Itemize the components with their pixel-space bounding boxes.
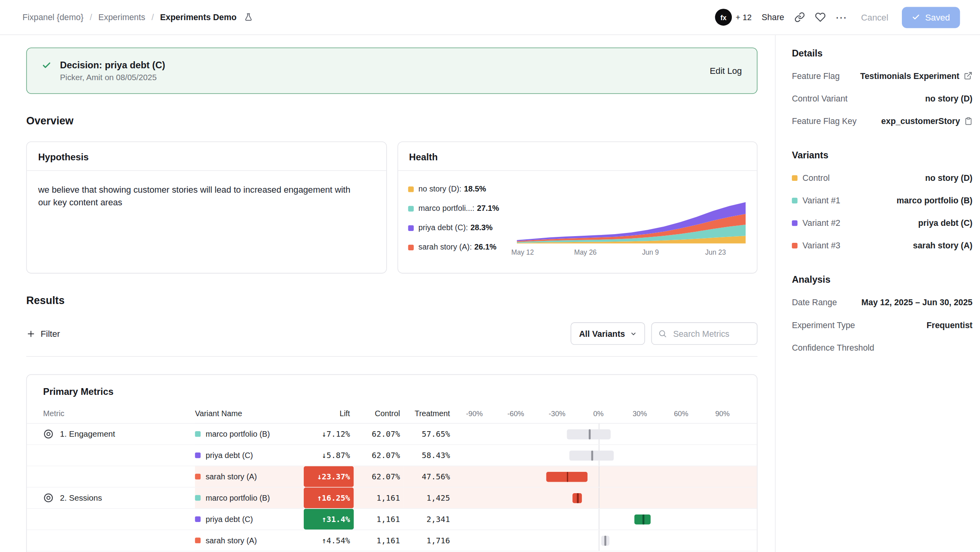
collaborators: fx + 12 [715, 9, 752, 26]
stacked-area-chart [516, 193, 748, 247]
ci-cell [454, 530, 757, 551]
variant-row: Variant #3 sarah story (A) [792, 239, 973, 252]
link-icon[interactable] [794, 12, 805, 23]
col-variant-name: Variant Name [195, 404, 304, 423]
legend-value: 18.5% [464, 185, 486, 193]
variant-cell: marco portfolio (B) [195, 488, 304, 508]
header-actions: fx + 12 Share ⋯ Cancel Saved [715, 7, 960, 28]
analysis-heading: Analysis [792, 274, 973, 285]
edit-log-button[interactable]: Edit Log [710, 66, 742, 75]
x-tick-label: Jun 23 [705, 248, 726, 256]
collaborator-count[interactable]: + 12 [736, 13, 752, 22]
metric-target-icon [43, 492, 54, 503]
treatment-cell: 1,716 [404, 530, 454, 551]
divider [26, 356, 757, 357]
variant-name: marco portfolio (B) [206, 430, 270, 438]
variant-swatch [195, 495, 200, 501]
health-x-axis: May 12 May 26 Jun 9 Jun 23 [516, 248, 748, 258]
variant-value: marco portfolio (B) [897, 195, 973, 205]
axis-header: -90% -60% -30% 0% 30% 60% 90% [454, 404, 757, 423]
heart-icon[interactable] [815, 12, 825, 23]
results-heading: Results [26, 295, 757, 308]
x-tick-label: Jun 9 [642, 248, 659, 256]
table-row[interactable]: sarah story (A) ↑4.54% 1,161 1,716 [27, 530, 757, 552]
external-link-icon[interactable] [964, 71, 973, 80]
legend-value: 26.1% [474, 243, 496, 252]
filter-button[interactable]: Filter [26, 329, 60, 338]
search-input[interactable] [672, 328, 749, 339]
legend-item[interactable]: sarah story (A): 26.1% [408, 243, 516, 252]
axis-tick: 90% [715, 410, 729, 417]
table-row[interactable]: priya debt (C) ↑31.4% 1,161 2,341 [27, 509, 757, 530]
decision-banner: Decision: priya debt (C) Picker, Amit on… [26, 47, 757, 94]
x-tick-label: May 26 [574, 248, 597, 256]
hypothesis-body: we believe that showing customer stories… [27, 171, 386, 209]
health-card: Health no story (D): 18.5% marco portfol… [397, 141, 757, 273]
legend-label: sarah story (A): [419, 243, 472, 252]
zero-gridline [598, 509, 599, 529]
confidence-interval [454, 488, 743, 508]
health-body: no story (D): 18.5% marco portfoli...: 2… [398, 171, 757, 262]
variant-label: Variant #3 [802, 240, 840, 250]
legend-item[interactable]: no story (D): 18.5% [408, 185, 516, 193]
variant-name: sarah story (A) [206, 472, 257, 481]
variants-dropdown[interactable]: All Variants [571, 322, 645, 345]
breadcrumb-workspace[interactable]: Fixpanel {demo} [22, 13, 84, 22]
lift-cell: ↓23.37% [304, 466, 354, 487]
share-button[interactable]: Share [762, 13, 784, 22]
treatment-cell: 57.65% [404, 424, 454, 444]
lift-cell: ↓5.87% [304, 445, 354, 466]
metric-target-icon [43, 429, 54, 439]
table-row[interactable]: 2. Sessions marco portfolio (B) ↑16.25% … [27, 488, 757, 509]
legend-item[interactable]: priya debt (C): 28.3% [408, 223, 516, 232]
legend-item[interactable]: marco portfoli...: 27.1% [408, 204, 516, 213]
feature-flag-value[interactable]: Testimonials Experiment [860, 71, 959, 81]
table-header-row: Metric Variant Name Lift Control Treatme… [27, 404, 757, 424]
ci-cell [454, 488, 757, 508]
treatment-cell: 1,425 [404, 488, 454, 508]
avatar[interactable]: fx [715, 9, 732, 26]
test-tube-icon [244, 13, 254, 22]
health-chart: May 12 May 26 Jun 9 Jun 23 [516, 182, 748, 262]
variant-cell: sarah story (A) [195, 530, 304, 551]
variant-name: priya debt (C) [206, 451, 253, 460]
control-cell: 62.07% [354, 424, 404, 444]
variants-dropdown-label: All Variants [579, 329, 625, 338]
experiment-type-row: Experiment Type Frequentist [792, 319, 973, 331]
breadcrumb: Fixpanel {demo} / Experiments / Experime… [22, 13, 253, 22]
metric-cell: 2. Sessions [27, 488, 195, 508]
metric-cell [27, 466, 195, 487]
breadcrumb-experiments[interactable]: Experiments [98, 13, 145, 22]
ci-midline [577, 493, 579, 503]
search-box [651, 322, 757, 345]
chevron-down-icon [630, 330, 637, 337]
metric-name: 2. Sessions [60, 493, 102, 503]
feature-flag-row: Feature Flag Testimonials Experiment [792, 69, 973, 82]
legend-swatch [408, 206, 413, 211]
details-heading: Details [792, 47, 973, 58]
control-cell: 1,161 [354, 488, 404, 508]
table-row[interactable]: 1. Engagement marco portfolio (B) ↓7.12%… [27, 424, 757, 445]
copy-icon[interactable] [964, 117, 973, 125]
ci-midline [591, 450, 593, 460]
axis-tick: -60% [507, 410, 524, 417]
saved-button[interactable]: Saved [902, 7, 960, 28]
cancel-button[interactable]: Cancel [857, 11, 892, 23]
confidence-threshold-row: Confidence Threshold [792, 341, 973, 354]
treatment-cell: 58.43% [404, 445, 454, 466]
results-toolbar: Filter All Variants [26, 322, 757, 345]
plus-icon [26, 329, 36, 338]
table-row[interactable]: priya debt (C) ↓5.87% 62.07% 58.43% [27, 445, 757, 466]
more-options-icon[interactable]: ⋯ [836, 10, 847, 24]
details-sidebar: Details Feature Flag Testimonials Experi… [775, 35, 980, 552]
axis-tick: 0% [593, 410, 604, 417]
filter-label: Filter [41, 329, 60, 338]
top-bar: Fixpanel {demo} / Experiments / Experime… [0, 0, 980, 35]
variant-name: sarah story (A) [206, 536, 257, 545]
legend-label: marco portfoli...: [419, 204, 475, 213]
table-row[interactable]: sarah story (A) ↓23.37% 62.07% 47.56% [27, 466, 757, 488]
variant-value: no story (D) [925, 173, 973, 182]
axis-tick: 30% [632, 410, 647, 417]
decision-text: Decision: priya debt (C) Picker, Amit on… [60, 60, 165, 82]
date-range-row: Date Range May 12, 2025 – Jun 30, 2025 [792, 296, 973, 309]
